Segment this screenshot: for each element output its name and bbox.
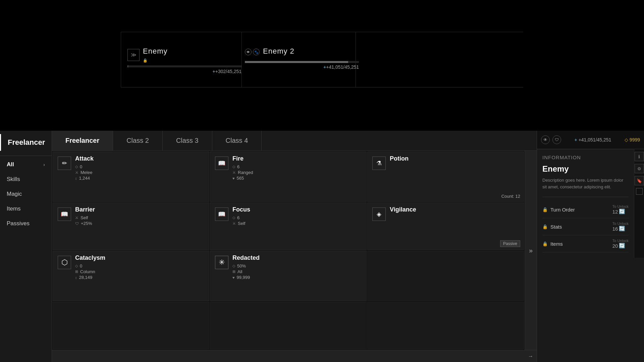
skill-redacted-icon: ✳: [215, 256, 228, 269]
skill-barrier[interactable]: 📖 Barrier ⚔ Self 🛡 +25%: [53, 202, 209, 250]
skills-wrapper: ✏ Attack ◇ 0 ⚔ Melee: [52, 151, 537, 350]
skill-fire-name: Fire: [232, 155, 362, 162]
diamond-icon: ◇: [232, 264, 235, 268]
skill-redacted-stats: ◇ 50% ⊞ All ♥ 99,999: [232, 263, 362, 280]
skill-potion-info: Potion: [390, 155, 519, 164]
lock-icon: 🔒: [542, 207, 548, 212]
enemy1-lock: 🔒: [143, 58, 167, 63]
skill-cataclysm-icon: ⬡: [58, 256, 71, 269]
skill-vigilance[interactable]: ◈ Vigilance Passive: [367, 202, 524, 250]
sidebar-class-label: Freelancer: [0, 134, 52, 151]
skill-stat: ◇ 0: [75, 164, 204, 169]
info-row: Information Enemy Description goes here.…: [537, 149, 644, 258]
tab-class4[interactable]: Class 4: [212, 131, 262, 150]
diamond-icon: ◇: [232, 216, 235, 220]
unlock-label-stats: 🔒 Stats: [542, 224, 562, 230]
enemy1-icon: ≫: [127, 49, 140, 61]
skill-stat: ⚔ Ranged: [232, 170, 362, 175]
skill-redacted[interactable]: ✳ Redacted ◇ 50% ⊞ All: [210, 251, 367, 301]
skill-cataclysm[interactable]: ⬡ Cataclysm ◇ 0 ⊞ Column: [53, 251, 209, 301]
class-tabs: Freelancer Class 2 Class 3 Class 4: [52, 131, 537, 151]
sidebar-item-skills[interactable]: Skills: [0, 172, 52, 187]
skill-vigilance-badge: Passive: [500, 240, 520, 247]
shield-small-icon: 🛡: [552, 135, 561, 144]
enemy2-card[interactable]: 👁 🐾 Enemy 2 ++41,051/45,251: [245, 47, 359, 70]
unlock-cost-turn-order: To Unlock 12 🔄: [612, 204, 629, 215]
enemy1-name: Enemy: [143, 47, 167, 56]
unlock-item-turn-order: 🔒 Turn Order To Unlock 12 🔄: [542, 201, 629, 218]
self-icon: ⚔: [232, 221, 236, 226]
sidebar-item-all[interactable]: All ›: [0, 157, 52, 172]
unlock-item-items: 🔒 Items To Unlock 20 🔄: [542, 235, 629, 252]
diamond-icon: ◇: [232, 165, 235, 169]
skill-vigilance-icon: ◈: [372, 207, 386, 221]
hp-icon: ♥: [232, 176, 235, 180]
enemy2-hp-fill: [245, 61, 348, 63]
skill-stat: ⚔ Melee: [75, 170, 204, 175]
unlock-cost-stats: To Unlock 16 🔄: [612, 222, 629, 232]
skill-focus-info: Focus ◇ 6 ⚔ Self: [232, 206, 362, 226]
all-icon: ⊞: [232, 269, 235, 274]
sidebar-item-items[interactable]: Items: [0, 201, 52, 216]
info-divider: [542, 197, 629, 197]
tab-class3[interactable]: Class 3: [163, 131, 212, 150]
skill-stat: ↕ 1,244: [75, 176, 204, 181]
eye-icon: 👁: [541, 135, 550, 144]
info-description: Description goes here. Lorem ipsum dolor…: [542, 177, 629, 190]
skill-redacted-name: Redacted: [232, 254, 362, 261]
info-currency: ◇ 9999: [625, 137, 640, 142]
unlock-label-turn-order: 🔒 Turn Order: [542, 207, 575, 213]
sidebar-divider: [0, 156, 52, 156]
skill-attack-icon: ✏: [58, 157, 71, 170]
info-btn[interactable]: ℹ: [635, 152, 644, 161]
tab-class2[interactable]: Class 2: [113, 131, 163, 150]
skill-potion-icon: ⚗: [372, 157, 386, 170]
settings-btn[interactable]: ⚙: [635, 164, 644, 173]
skill-attack-name: Attack: [75, 155, 204, 162]
info-hp-display: + +41,051/45,251: [574, 137, 611, 142]
battle-area: ≫ Enemy 🔒 ++302/45,251 👁 🐾 Enemy 2 ++41,…: [0, 0, 644, 131]
skill-stat: ↕ 28,149: [75, 275, 204, 280]
checkbox[interactable]: [636, 188, 643, 195]
skill-focus-icon: 📖: [215, 207, 228, 221]
ranged-icon: ⚔: [232, 170, 236, 175]
skill-stat: ♥ 99,999: [232, 275, 362, 280]
empty-card-1: [367, 251, 524, 301]
skill-cataclysm-info: Cataclysm ◇ 0 ⊞ Column ↕: [75, 254, 204, 280]
enemy2-name: Enemy 2: [263, 47, 294, 56]
crosshair-line-v2: [241, 32, 242, 87]
enemy2-icons: 👁 🐾: [245, 49, 260, 55]
skills-nav-arrow[interactable]: »: [525, 151, 537, 350]
skill-cataclysm-stats: ◇ 0 ⊞ Column ↕ 28,149: [75, 263, 204, 280]
column-icon: ⊞: [75, 269, 78, 274]
info-section-title: Information: [542, 155, 629, 160]
skill-barrier-icon: 📖: [58, 207, 71, 221]
info-panel: 👁 🛡 + +41,051/45,251 ◇ 9999 Information …: [537, 131, 644, 362]
info-entity-name: Enemy: [542, 164, 629, 174]
sidebar-item-passives[interactable]: Passives: [0, 216, 52, 231]
skill-fire-stats: ◇ 6 ⚔ Ranged ♥ 565: [232, 164, 362, 181]
unlock-cost-items: To Unlock 20 🔄: [612, 239, 629, 249]
enemy1-card[interactable]: ≫ Enemy 🔒 ++302/45,251: [127, 47, 241, 74]
skill-fire[interactable]: 📖 Fire ◇ 6 ⚔ Ranged: [210, 152, 367, 202]
tab-freelancer[interactable]: Freelancer: [52, 131, 113, 150]
skill-stat: ⚔ Self: [75, 215, 204, 220]
skill-stat: ◇ 6: [232, 164, 362, 169]
cost-icon: 🔄: [619, 226, 625, 232]
skill-vigilance-name: Vigilance: [390, 206, 519, 213]
bottom-nav-btn[interactable]: →: [52, 350, 537, 362]
damage-icon: ↕: [75, 276, 77, 280]
sidebar-item-magic[interactable]: Magic: [0, 187, 52, 201]
skill-potion[interactable]: ⚗ Potion Count: 12: [367, 152, 524, 202]
enemy2-hp-bar: [245, 61, 359, 63]
unlock-item-stats: 🔒 Stats To Unlock 16 🔄: [542, 218, 629, 235]
skill-stat: 🛡 +25%: [75, 221, 204, 226]
info-header-icons: 👁 🛡: [541, 135, 561, 144]
skill-attack[interactable]: ✏ Attack ◇ 0 ⚔ Melee: [53, 152, 209, 202]
skill-focus[interactable]: 📖 Focus ◇ 6 ⚔ Self: [210, 202, 367, 250]
skill-stat: ⊞ Column: [75, 269, 204, 274]
damage-icon: ↕: [75, 176, 77, 180]
bookmark-btn[interactable]: 🔖: [635, 176, 644, 185]
unlock-label-items: 🔒 Items: [542, 241, 563, 247]
skill-attack-info: Attack ◇ 0 ⚔ Melee ↕: [75, 155, 204, 181]
